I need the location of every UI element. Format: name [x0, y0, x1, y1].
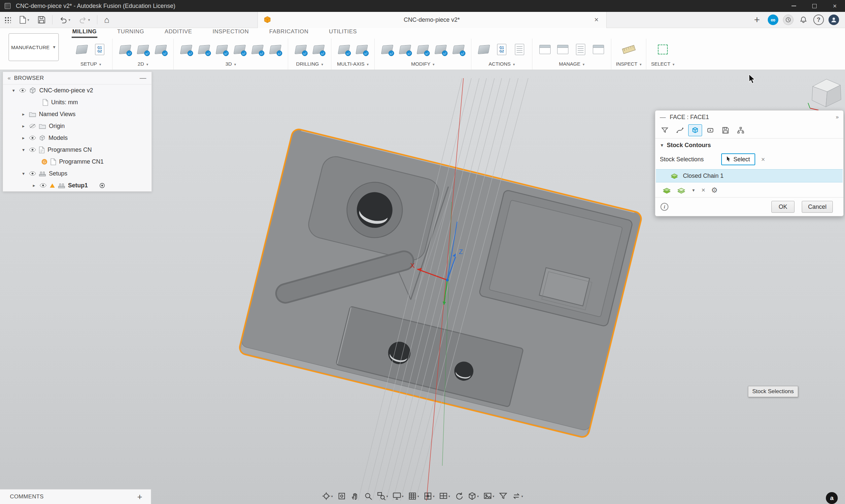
ok-button[interactable]: OK	[771, 201, 794, 213]
transform-toolpath-icon[interactable]: ⤾	[451, 40, 466, 59]
3d-scallop-icon[interactable]: ⤾	[232, 40, 248, 59]
snaps-icon[interactable]: ▾	[422, 491, 436, 501]
browser-collapse-icon[interactable]: «	[3, 75, 14, 82]
setup-sheet-icon[interactable]	[512, 40, 527, 59]
ribbon-tab-fabrication[interactable]: FABRICATION	[269, 27, 309, 38]
viewports-icon[interactable]: ▾	[438, 491, 452, 501]
dialog-tab-tree[interactable]	[734, 124, 747, 136]
new-setup-icon[interactable]	[74, 40, 90, 59]
view-cube[interactable]	[805, 73, 845, 113]
dialog-tab-stock[interactable]	[688, 124, 702, 136]
ribbon-group-label[interactable]: MANAGE ▾	[559, 61, 584, 67]
new-tab-button[interactable]: +	[751, 14, 763, 25]
swap-icon[interactable]: ▾	[511, 491, 525, 501]
swarf-icon[interactable]: ⤾	[336, 40, 352, 59]
ribbon-group-label[interactable]: SELECT ▾	[651, 61, 674, 67]
ribbon-group-label[interactable]: INSPECT ▾	[616, 61, 641, 67]
select-button[interactable]: Select	[721, 154, 755, 165]
close-button[interactable]: ×	[825, 0, 845, 12]
notifications-bell-icon[interactable]	[798, 15, 809, 25]
browser-item-named-views[interactable]: ▸Named Views	[3, 108, 152, 120]
add-comment-button[interactable]: +	[137, 492, 151, 502]
maximize-button[interactable]	[804, 0, 825, 12]
active-setup-radio-icon[interactable]	[99, 183, 105, 188]
browser-item-units-mm[interactable]: Units: mm	[3, 96, 152, 108]
ribbon-tab-additive[interactable]: ADDITIVE	[164, 27, 193, 38]
comments-bar[interactable]: COMMENTS +	[0, 489, 151, 504]
chevron-down-icon[interactable]: ▾	[11, 88, 16, 93]
document-tab[interactable]: CNC-demo-piece v2* ×	[258, 12, 607, 28]
job-status-icon[interactable]: ∞	[768, 15, 778, 25]
add-chain-icon[interactable]	[663, 187, 671, 194]
zoom-icon[interactable]	[363, 491, 374, 501]
browser-item-programme-cn1[interactable]: GProgramme CN1	[3, 156, 152, 167]
dialog-collapse-icon[interactable]: —	[660, 114, 666, 121]
browser-item-setups[interactable]: ▾Setups	[3, 167, 152, 179]
ribbon-group-label[interactable]: MULTI-AXIS ▾	[337, 61, 369, 67]
3d-morph-icon[interactable]: ⤾	[267, 40, 283, 59]
save-icon[interactable]	[34, 12, 50, 28]
browser-item-programmes-cn[interactable]: ▾Programmes CN	[3, 144, 152, 156]
home-icon[interactable]: ⌂	[100, 12, 114, 28]
display-settings-icon[interactable]: ▾	[391, 491, 405, 501]
ribbon-group-label[interactable]: DRILLING ▾	[296, 61, 323, 67]
browser-item-setup1[interactable]: ▸Setup1	[3, 179, 152, 191]
visibility-eye-icon[interactable]	[29, 136, 36, 140]
clear-selection-icon[interactable]: ×	[760, 156, 767, 163]
delete-passes-icon[interactable]: ⤾	[397, 40, 413, 59]
undo-icon[interactable]: ▾	[55, 12, 75, 28]
measure-icon[interactable]	[621, 40, 637, 59]
info-icon[interactable]: i	[661, 203, 668, 211]
tool-library-icon[interactable]	[537, 40, 553, 59]
feed-optimization-icon[interactable]: ⤾	[415, 40, 431, 59]
3d-spiral-icon[interactable]: ⤾	[249, 40, 265, 59]
machine-library-icon[interactable]	[591, 40, 606, 59]
trim-toolpath-icon[interactable]: ⤾	[379, 40, 395, 59]
dialog-tab-surface[interactable]	[703, 124, 717, 136]
chain-options-caret-icon[interactable]: ▼	[691, 188, 696, 193]
chevron-right-icon[interactable]: ▸	[21, 123, 26, 129]
chain-list-item[interactable]: Closed Chain 1	[656, 169, 843, 182]
visual-style-icon[interactable]: ▾	[467, 491, 480, 501]
dialog-tab-profile[interactable]	[673, 124, 687, 136]
ribbon-tab-milling[interactable]: MILLING	[72, 27, 98, 38]
visibility-eye-icon[interactable]	[29, 171, 36, 176]
chevron-right-icon[interactable]: ▸	[21, 135, 26, 141]
delete-chain-icon[interactable]: ×	[701, 186, 705, 194]
browser-item-cnc-demo-piece-v2[interactable]: ▾CNC-demo-piece v2	[3, 85, 152, 96]
help-icon[interactable]: ?	[813, 15, 824, 25]
ribbon-group-label[interactable]: ACTIONS ▾	[489, 61, 515, 67]
3d-pocket-icon[interactable]: ⤾	[196, 40, 212, 59]
2d-contour-icon[interactable]: ⤾	[153, 40, 169, 59]
redo-icon[interactable]: ▾	[75, 12, 94, 28]
pan-icon[interactable]	[349, 491, 360, 501]
dialog-tab-filter[interactable]	[658, 124, 672, 136]
ribbon-tab-turning[interactable]: TURNING	[117, 27, 145, 38]
canvas-icon[interactable]: ▾	[482, 491, 496, 501]
cancel-button[interactable]: Cancel	[802, 201, 833, 213]
ribbon-group-label[interactable]: 2D ▾	[138, 61, 148, 67]
zoom-window-icon[interactable]: ▾	[376, 491, 389, 501]
visibility-eye-icon[interactable]	[40, 183, 47, 188]
2d-pocket-icon[interactable]: ⤾	[135, 40, 151, 59]
templates-icon[interactable]	[573, 40, 588, 59]
3d-adaptive-icon[interactable]: ⤾	[178, 40, 194, 59]
3d-parallel-icon[interactable]: ⤾	[214, 40, 230, 59]
extensions-icon[interactable]	[783, 15, 793, 25]
ribbon-tab-utilities[interactable]: UTILITIES	[329, 27, 358, 38]
workspace-switcher[interactable]: MANUFACTURE ▼	[8, 33, 59, 61]
dialog-header[interactable]: — FACE : FACE1 »	[655, 110, 843, 124]
app-grid-icon[interactable]	[0, 12, 15, 28]
grid-icon[interactable]: ▾	[407, 491, 420, 501]
file-menu-icon[interactable]: ▾	[15, 12, 34, 28]
ribbon-group-label[interactable]: MODIFY ▾	[411, 61, 435, 67]
chevron-right-icon[interactable]: ▸	[21, 111, 26, 117]
visibility-eye-icon[interactable]	[19, 88, 26, 93]
link-toolpath-icon[interactable]: ⤾	[433, 40, 448, 59]
user-avatar[interactable]	[828, 15, 839, 25]
rotary-icon[interactable]: ⤾	[354, 40, 370, 59]
gcode-editor-icon[interactable]: G1G2	[92, 40, 108, 59]
ribbon-tab-inspection[interactable]: INSPECTION	[212, 27, 249, 38]
gear-icon[interactable]: ⚙	[711, 186, 718, 195]
browser-item-origin[interactable]: ▸Origin	[3, 120, 152, 132]
